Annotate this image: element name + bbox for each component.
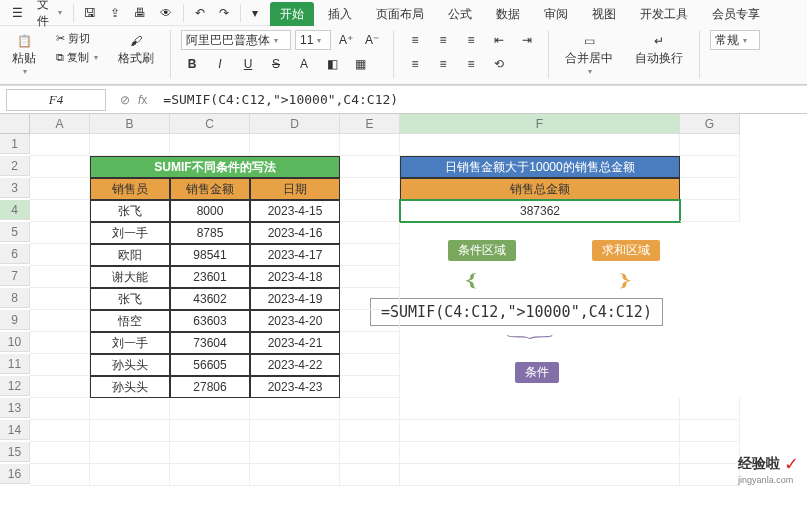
cell[interactable] [90,420,170,442]
increase-font-button[interactable]: A⁺ [335,30,357,50]
cell[interactable] [30,332,90,354]
spreadsheet-grid[interactable]: A B C D E F G 1 2 SUMIF不同条件的写法 日销售金额大于10… [0,114,807,486]
cell[interactable] [170,134,250,156]
cell[interactable] [30,376,90,398]
row-header[interactable]: 8 [0,288,30,308]
cell[interactable] [250,134,340,156]
cell[interactable] [340,332,400,354]
cancel-icon[interactable]: ⊘ [120,93,130,107]
row-header[interactable]: 2 [0,156,30,176]
cell[interactable] [30,222,90,244]
table-cell[interactable]: 2023-4-21 [250,332,340,354]
cell[interactable] [340,464,400,486]
align-top-button[interactable]: ≡ [404,30,426,50]
table-cell[interactable]: 73604 [170,332,250,354]
merge-button[interactable]: ▭ 合并居中▾ [559,30,619,78]
table-cell[interactable]: 悟空 [90,310,170,332]
tab-insert[interactable]: 插入 [318,2,362,26]
table-cell[interactable]: 张飞 [90,200,170,222]
save-button[interactable]: 🖫 [78,2,102,24]
table-cell[interactable]: 2023-4-22 [250,354,340,376]
cell[interactable] [250,464,340,486]
cell[interactable] [30,420,90,442]
font-color-button[interactable]: A [293,54,315,74]
col-header-G[interactable]: G [680,114,740,134]
menu-icon[interactable]: ☰ [6,2,29,24]
table1-header[interactable]: 日期 [250,178,340,200]
paste-button[interactable]: 📋 粘贴 ▾ [6,30,42,78]
cell[interactable] [680,398,740,420]
more-button[interactable]: ▾ [246,2,264,24]
name-box[interactable]: F4 [6,89,106,111]
table-cell[interactable]: 8000 [170,200,250,222]
table-cell[interactable]: 2023-4-20 [250,310,340,332]
cell[interactable] [340,178,400,200]
table-cell[interactable]: 谢大能 [90,266,170,288]
table-cell[interactable]: 2023-4-17 [250,244,340,266]
table1-header[interactable]: 销售员 [90,178,170,200]
cell[interactable] [90,398,170,420]
tab-view[interactable]: 视图 [582,2,626,26]
tab-vip[interactable]: 会员专享 [702,2,770,26]
cell[interactable] [340,288,400,310]
cell[interactable] [30,244,90,266]
strike-button[interactable]: S [265,54,287,74]
cut-button[interactable]: ✂剪切 [52,30,102,47]
row-header[interactable]: 10 [0,332,30,352]
cell[interactable] [340,310,400,332]
fill-color-button[interactable]: ◧ [321,54,343,74]
fx-icon[interactable]: fx [138,93,147,107]
table-cell[interactable]: 43602 [170,288,250,310]
font-family-combo[interactable]: 阿里巴巴普惠体▾ [181,30,291,50]
align-middle-button[interactable]: ≡ [432,30,454,50]
cell[interactable] [680,442,740,464]
table-cell[interactable]: 2023-4-23 [250,376,340,398]
table-cell[interactable]: 8785 [170,222,250,244]
cell[interactable] [340,244,400,266]
cell[interactable] [680,464,740,486]
cell[interactable] [30,442,90,464]
cell[interactable] [90,134,170,156]
cell[interactable] [90,464,170,486]
cell[interactable] [340,222,400,244]
cell[interactable] [340,134,400,156]
orientation-button[interactable]: ⟲ [488,54,510,74]
table-cell[interactable]: 张飞 [90,288,170,310]
cell[interactable] [250,398,340,420]
cell[interactable] [170,420,250,442]
cell[interactable] [30,134,90,156]
selected-cell[interactable]: 387362 [400,200,680,222]
export-button[interactable]: ⇪ [104,2,126,24]
row-header[interactable]: 13 [0,398,30,418]
number-format-combo[interactable]: 常规▾ [710,30,760,50]
formula-input[interactable]: =SUMIF(C4:C12,">10000",C4:C12) [155,92,807,107]
row-header[interactable]: 7 [0,266,30,286]
border-button[interactable]: ▦ [349,54,371,74]
col-header-A[interactable]: A [30,114,90,134]
row-header[interactable]: 12 [0,376,30,396]
cell[interactable] [30,200,90,222]
table-cell[interactable]: 63603 [170,310,250,332]
cell[interactable] [90,442,170,464]
row-header[interactable]: 1 [0,134,30,154]
col-header-C[interactable]: C [170,114,250,134]
cell[interactable] [680,200,740,222]
table-cell[interactable]: 27806 [170,376,250,398]
bold-button[interactable]: B [181,54,203,74]
table-cell[interactable]: 2023-4-19 [250,288,340,310]
align-left-button[interactable]: ≡ [404,54,426,74]
cell[interactable] [340,266,400,288]
row-header[interactable]: 14 [0,420,30,440]
cell[interactable] [400,464,680,486]
row-header[interactable]: 4 [0,200,30,220]
table-cell[interactable]: 刘一手 [90,332,170,354]
col-header-E[interactable]: E [340,114,400,134]
cell[interactable] [170,464,250,486]
tab-formula[interactable]: 公式 [438,2,482,26]
cell[interactable] [30,266,90,288]
cell[interactable] [680,134,740,156]
cell[interactable] [170,398,250,420]
row-header[interactable]: 11 [0,354,30,374]
cell[interactable] [30,178,90,200]
font-size-combo[interactable]: 11▾ [295,30,331,50]
